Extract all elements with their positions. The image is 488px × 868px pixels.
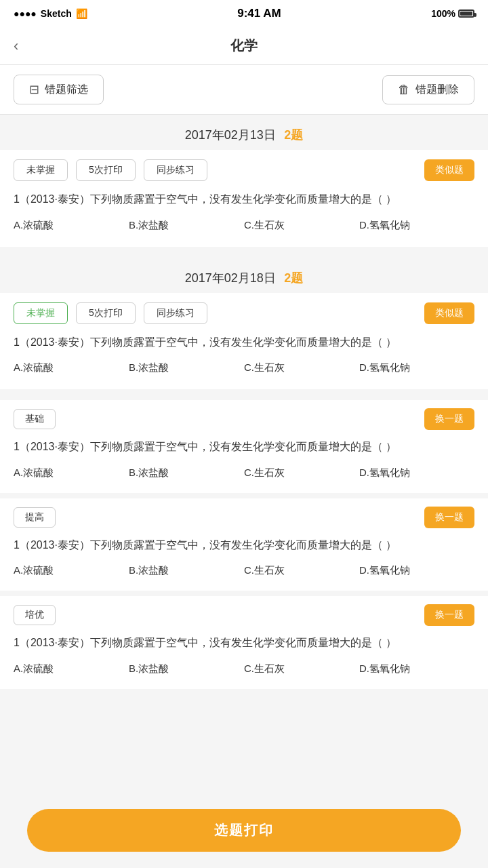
- question-text-1: 1（2013·泰安）下列物质露置于空气中，没有发生化学变化而质量增大的是（ ）: [14, 191, 474, 208]
- signal-icon: ●●●●: [14, 8, 37, 19]
- sub-question-text-basic: 1（2013·泰安）下列物质露置于空气中，没有发生化学变化而质量增大的是（ ）: [14, 438, 474, 456]
- time-label: 9:41 AM: [237, 7, 281, 20]
- option-b-2: B.浓盐酸: [129, 359, 244, 377]
- date-count-2: 2题: [284, 271, 303, 285]
- status-left: ●●●● Sketch 📶: [14, 8, 87, 19]
- sub-option-d-basic: D.氢氧化钠: [359, 464, 474, 482]
- page-title: 化学: [230, 37, 258, 55]
- status-bar: ●●●● Sketch 📶 9:41 AM 100%: [0, 0, 488, 27]
- option-d-2: D.氢氧化钠: [359, 359, 474, 377]
- date-count-1: 2题: [284, 128, 303, 142]
- section-divider-1: [0, 252, 488, 258]
- filter-label: 错题筛选: [45, 83, 88, 97]
- option-c-1: C.生石灰: [244, 216, 359, 235]
- sub-card-basic: 基础 换一题 1（2013·泰安）下列物质露置于空气中，没有发生化学变化而质量增…: [0, 395, 488, 493]
- print-button[interactable]: 选题打印: [27, 809, 461, 852]
- sub-question-options-elite: A.浓硫酸 B.浓盐酸 C.生石灰 D.氢氧化钠: [14, 660, 474, 678]
- question-card-2: 未掌握 5次打印 同步练习 类似题 1（2013·泰安）下列物质露置于空气中，没…: [0, 293, 488, 390]
- date-section-1: 2017年02月13日 2题: [0, 115, 488, 150]
- back-button[interactable]: ‹: [14, 37, 18, 55]
- carrier-label: Sketch: [41, 8, 72, 19]
- delete-button[interactable]: 🗑 错题删除: [382, 75, 474, 104]
- question-card-1: 未掌握 5次打印 同步练习 类似题 1（2013·泰安）下列物质露置于空气中，没…: [0, 150, 488, 247]
- sub-option-c-advanced: C.生石灰: [244, 561, 359, 580]
- sub-card-elite: 培优 换一题 1（2013·泰安）下列物质露置于空气中，没有发生化学变化而质量增…: [0, 591, 488, 689]
- battery-icon: [458, 9, 474, 18]
- sub-option-b-advanced: B.浓盐酸: [129, 561, 244, 580]
- question-text-2: 1（2013·泰安）下列物质露置于空气中，没有发生化学变化而质量增大的是（ ）: [14, 334, 474, 351]
- sub-option-d-advanced: D.氢氧化钠: [359, 561, 474, 580]
- date-section-2: 2017年02月18日 2题: [0, 258, 488, 293]
- sub-question-text-advanced: 1（2013·泰安）下列物质露置于空气中，没有发生化学变化而质量增大的是（ ）: [14, 536, 474, 554]
- option-a-2: A.浓硫酸: [14, 359, 129, 377]
- delete-label: 错题删除: [415, 83, 459, 97]
- nav-bar: ‹ 化学: [0, 27, 488, 65]
- action-row-1: 未掌握 5次打印 同步练习 类似题: [14, 159, 474, 181]
- sub-row-basic: 基础 换一题: [14, 408, 474, 430]
- similar-btn-2[interactable]: 类似题: [424, 302, 474, 324]
- date-label-1: 2017年02月13日: [185, 128, 276, 142]
- change-btn-advanced[interactable]: 换一题: [424, 507, 474, 528]
- sub-option-a-basic: A.浓硫酸: [14, 464, 129, 482]
- similar-btn-1[interactable]: 类似题: [424, 159, 474, 181]
- option-d-1: D.氢氧化钠: [359, 216, 474, 235]
- sub-option-a-advanced: A.浓硫酸: [14, 561, 129, 580]
- status-right: 100%: [431, 8, 474, 19]
- battery-label: 100%: [431, 8, 455, 19]
- sub-tag-elite: 培优: [14, 605, 56, 625]
- sub-tag-basic: 基础: [14, 409, 56, 429]
- date-label-2: 2017年02月18日: [185, 271, 276, 285]
- question-options-2: A.浓硫酸 B.浓盐酸 C.生石灰 D.氢氧化钠: [14, 359, 474, 377]
- filter-icon: ⊟: [29, 82, 39, 97]
- change-btn-elite[interactable]: 换一题: [424, 604, 474, 626]
- change-btn-basic[interactable]: 换一题: [424, 408, 474, 430]
- sub-option-d-elite: D.氢氧化钠: [359, 660, 474, 678]
- sub-row-advanced: 提高 换一题: [14, 507, 474, 528]
- sub-card-advanced: 提高 换一题 1（2013·泰安）下列物质露置于空气中，没有发生化学变化而质量增…: [0, 493, 488, 591]
- sub-option-a-elite: A.浓硫酸: [14, 660, 129, 678]
- sub-option-b-elite: B.浓盐酸: [129, 660, 244, 678]
- scroll-content: 2017年02月13日 2题 未掌握 5次打印 同步练习 类似题 1（2013·…: [0, 115, 488, 757]
- tag-print-1[interactable]: 5次打印: [76, 159, 136, 181]
- tag-sync-1[interactable]: 同步练习: [144, 159, 207, 181]
- sub-row-elite: 培优 换一题: [14, 604, 474, 626]
- sub-option-b-basic: B.浓盐酸: [129, 464, 244, 482]
- trash-icon: 🗑: [398, 83, 410, 97]
- tag-unmastered-1[interactable]: 未掌握: [14, 159, 68, 181]
- sub-option-c-elite: C.生石灰: [244, 660, 359, 678]
- option-b-1: B.浓盐酸: [129, 216, 244, 235]
- sub-tag-advanced: 提高: [14, 507, 56, 528]
- sub-question-options-basic: A.浓硫酸 B.浓盐酸 C.生石灰 D.氢氧化钠: [14, 464, 474, 482]
- action-row-2: 未掌握 5次打印 同步练习 类似题: [14, 302, 474, 324]
- toolbar: ⊟ 错题筛选 🗑 错题删除: [0, 65, 488, 115]
- question-options-1: A.浓硫酸 B.浓盐酸 C.生石灰 D.氢氧化钠: [14, 216, 474, 235]
- option-c-2: C.生石灰: [244, 359, 359, 377]
- option-a-1: A.浓硫酸: [14, 216, 129, 235]
- tag-unmastered-2[interactable]: 未掌握: [14, 302, 68, 324]
- tag-sync-2[interactable]: 同步练习: [144, 302, 207, 324]
- sub-option-c-basic: C.生石灰: [244, 464, 359, 482]
- filter-button[interactable]: ⊟ 错题筛选: [14, 75, 104, 104]
- sub-question-options-advanced: A.浓硫酸 B.浓盐酸 C.生石灰 D.氢氧化钠: [14, 561, 474, 580]
- tag-print-2[interactable]: 5次打印: [76, 302, 136, 324]
- bottom-bar: 选题打印: [0, 798, 488, 868]
- wifi-icon: 📶: [76, 8, 87, 19]
- sub-question-text-elite: 1（2013·泰安）下列物质露置于空气中，没有发生化学变化而质量增大的是（ ）: [14, 634, 474, 652]
